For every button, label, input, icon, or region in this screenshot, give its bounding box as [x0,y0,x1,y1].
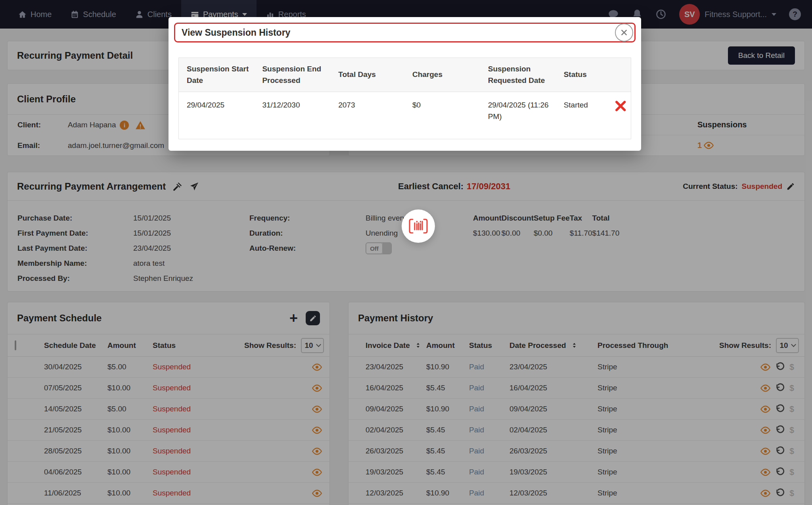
suspension-end-cell: 31/12/2030 [254,92,330,139]
col-actions [606,58,631,92]
suspension-history-table: Suspension Start Date Suspension End Pro… [178,58,631,139]
col-status: Status [556,58,606,92]
suspension-table-header-row: Suspension Start Date Suspension End Pro… [179,58,631,92]
col-total-days: Total Days [330,58,404,92]
view-suspension-history-modal: View Suspension History Suspension Start… [169,17,641,151]
suspension-status-cell: Started [556,92,606,139]
loading-barcode-icon [409,219,428,234]
cancel-suspension-x-icon[interactable] [614,100,627,112]
col-requested-date: Suspension Requested Date [480,58,556,92]
modal-title-bar: View Suspension History [174,23,636,42]
charges-cell: $0 [404,92,480,139]
modal-title: View Suspension History [182,27,290,38]
loading-spinner [402,209,435,243]
modal-close-button[interactable] [615,23,633,42]
col-suspension-end: Suspension End Processed [254,58,330,92]
suspension-row: 29/04/2025 31/12/2030 2073 $0 29/04/2025… [179,92,631,139]
suspension-start-cell: 29/04/2025 [179,92,255,139]
total-days-cell: 2073 [330,92,404,139]
requested-date-cell: 29/04/2025 (11:26 PM) [480,92,556,139]
col-suspension-start: Suspension Start Date [179,58,255,92]
col-charges: Charges [404,58,480,92]
